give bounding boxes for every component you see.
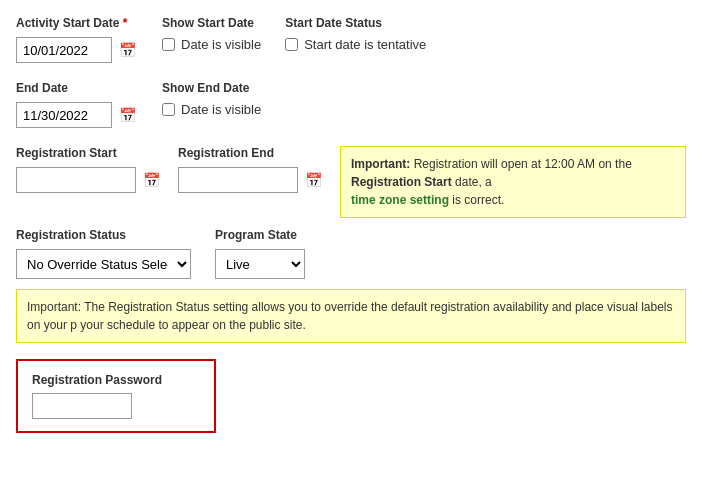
registration-start-group: Registration Start 📅 [16,146,162,193]
registration-end-label: Registration End [178,146,324,160]
start-date-tentative-checkbox[interactable] [285,38,298,51]
show-end-date-checkbox[interactable] [162,103,175,116]
activity-start-date-group: Activity Start Date * 📅 [16,16,138,63]
show-end-date-group: Show End Date Date is visible [162,81,261,117]
registration-start-input[interactable] [16,167,136,193]
show-start-date-label: Show Start Date [162,16,261,30]
program-state-group: Program State Live Draft Archived [215,228,305,279]
registration-status-group: Registration Status No Override Status S… [16,228,191,279]
status-row: Registration Status No Override Status S… [16,228,686,279]
important-label-1: Important: [351,157,410,171]
activity-start-date-cal-icon[interactable]: 📅 [116,39,138,61]
registration-start-cal-icon[interactable]: 📅 [140,169,162,191]
registration-status-select[interactable]: No Override Status Select Open Closed Wa… [16,249,191,279]
registration-dates-row: Registration Start 📅 Registration End 📅 … [16,146,686,218]
start-date-status-group: Start Date Status Start date is tentativ… [285,16,426,52]
important-text-2: date, a [455,175,492,189]
important-label-2: Important: [27,300,81,314]
registration-end-cal-icon[interactable]: 📅 [302,169,324,191]
registration-end-input-wrap: 📅 [178,167,324,193]
end-date-label: End Date [16,81,138,95]
show-end-date-label: Show End Date [162,81,261,95]
registration-end-input[interactable] [178,167,298,193]
show-end-date-checkbox-row: Date is visible [162,102,261,117]
registration-start-link: Registration Start [351,175,452,189]
registration-password-input[interactable] [32,393,132,419]
activity-start-date-input-wrap: 📅 [16,37,138,63]
end-date-input-wrap: 📅 [16,102,138,128]
registration-status-label: Registration Status [16,228,191,242]
important-text-1: Registration will open at 12:00 AM on th… [414,157,632,171]
activity-start-date-row: Activity Start Date * 📅 Show Start Date … [16,16,686,63]
start-date-tentative-checkbox-row: Start date is tentative [285,37,426,52]
show-start-date-checkbox-row: Date is visible [162,37,261,52]
end-date-group: End Date 📅 [16,81,138,128]
start-date-tentative-label: Start date is tentative [304,37,426,52]
show-start-date-checkbox-label: Date is visible [181,37,261,52]
label-text: Activity Start Date [16,16,119,30]
program-state-label: Program State [215,228,305,242]
registration-status-important-note: Important: The Registration Status setti… [16,289,686,343]
activity-start-date-input[interactable] [16,37,112,63]
program-state-select[interactable]: Live Draft Archived [215,249,305,279]
registration-start-input-wrap: 📅 [16,167,162,193]
end-date-cal-icon[interactable]: 📅 [116,104,138,126]
important-text-3: is correct. [452,193,504,207]
activity-start-date-label: Activity Start Date * [16,16,138,30]
registration-password-label: Registration Password [32,373,200,387]
registration-password-section: Registration Password [16,359,216,433]
timezone-link[interactable]: time zone setting [351,193,449,207]
registration-important-note: Important: Registration will open at 12:… [340,146,686,218]
show-start-date-group: Show Start Date Date is visible [162,16,261,52]
end-date-row: End Date 📅 Show End Date Date is visible [16,81,686,128]
show-start-date-checkbox[interactable] [162,38,175,51]
registration-start-label: Registration Start [16,146,162,160]
important-text-full: The Registration Status setting allows y… [27,300,672,332]
show-end-date-checkbox-label: Date is visible [181,102,261,117]
end-date-input[interactable] [16,102,112,128]
registration-end-group: Registration End 📅 [178,146,324,193]
required-indicator: * [119,16,127,30]
start-date-status-label: Start Date Status [285,16,426,30]
